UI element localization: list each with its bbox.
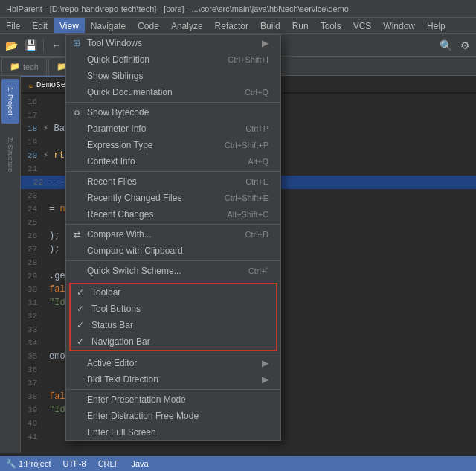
menu-item-quick-switch-label: Quick Switch Scheme... (87, 266, 181, 276)
menu-item-bidi-text-label: Bidi Text Direction (87, 374, 158, 385)
menu-item-status-bar-label: Status Bar (91, 320, 133, 330)
sep1 (66, 102, 280, 103)
tool-windows-icon: ⊞ (71, 37, 83, 49)
menu-item-recent-files[interactable]: Recent Files Ctrl+E (66, 173, 280, 190)
sep7 (66, 389, 280, 390)
menu-navigate[interactable]: Navigate (85, 18, 132, 33)
toolbar-search-btn[interactable]: 🔍 (437, 37, 454, 54)
sidebar-structure-icon[interactable]: Z: Structure (1, 132, 19, 177)
toolbar-save-btn[interactable]: 💾 (22, 37, 39, 54)
sep6 (66, 353, 280, 353)
menu-item-active-editor-label: Active Editor (87, 358, 137, 368)
nav-tab-tech-label: tech (23, 63, 39, 71)
menu-item-tool-windows[interactable]: ⊞ Tool Windows ▶ (66, 35, 280, 51)
active-editor-arrow-icon: ▶ (262, 358, 268, 368)
menu-item-expr-type-label: Expression Type (87, 140, 153, 150)
status-bar: 🔧 1:Project UTF-8 CRLF Java (0, 456, 476, 471)
menu-item-recent-changes[interactable]: Recent Changes Alt+Shift+C (66, 206, 280, 222)
menu-window[interactable]: Window (377, 18, 421, 33)
menu-tools[interactable]: Tools (315, 18, 347, 33)
menu-item-quick-definition-label: Quick Definition (87, 54, 149, 65)
sep4 (66, 260, 280, 261)
menu-item-context-info[interactable]: Context Info Alt+Q (66, 153, 280, 170)
menu-view[interactable]: View (54, 18, 85, 33)
menu-item-distraction-free[interactable]: Enter Distraction Free Mode (66, 408, 280, 424)
menu-run[interactable]: Run (286, 18, 315, 33)
menu-item-bidi-text[interactable]: Bidi Text Direction ▶ (66, 371, 280, 388)
menu-item-show-siblings[interactable]: Show Siblings (66, 68, 280, 84)
menu-item-presentation-mode[interactable]: Enter Presentation Mode (66, 391, 280, 408)
menu-item-presentation-mode-label: Enter Presentation Mode (87, 394, 186, 405)
menu-item-quick-doc[interactable]: Quick Documentation Ctrl+Q (66, 84, 280, 100)
menu-item-param-info-shortcut: Ctrl+P (245, 124, 268, 133)
left-sidebar: 1: Project Z: Structure (0, 76, 21, 453)
toolbar-back-btn[interactable]: ← (48, 37, 65, 54)
editor-tab-serviceimpl-icon: ☕ (28, 80, 33, 90)
menu-item-param-info[interactable]: Parameter Info Ctrl+P (66, 121, 280, 137)
menu-build[interactable]: Build (254, 18, 286, 33)
view-menu-dropdown: ⊞ Tool Windows ▶ Quick Definition Ctrl+S… (65, 34, 281, 441)
menu-refactor[interactable]: Refactor (209, 18, 254, 33)
nav-tab-tech[interactable]: 📁 tech (1, 57, 47, 75)
sep5 (66, 281, 280, 281)
status-item-lang[interactable]: Java (131, 459, 148, 468)
menu-item-tool-windows-label: Tool Windows (87, 38, 142, 48)
menu-item-quick-doc-label: Quick Documentation (87, 87, 173, 97)
menu-item-full-screen[interactable]: Enter Full Screen (66, 424, 280, 440)
menu-item-status-bar[interactable]: ✓ Status Bar (71, 317, 276, 333)
menu-item-param-info-label: Parameter Info (87, 124, 146, 134)
status-item-encoding[interactable]: UTF-8 (62, 459, 86, 468)
menu-vcs[interactable]: VCS (347, 18, 378, 33)
menu-file[interactable]: File (0, 18, 26, 33)
tool-windows-arrow-icon: ▶ (262, 38, 268, 48)
status-item-project[interactable]: 🔧 1:Project (6, 459, 51, 469)
status-bar-check-icon: ✓ (77, 320, 84, 330)
menu-item-compare-with-shortcut: Ctrl+D (245, 230, 268, 239)
menu-item-recent-changes-shortcut: Alt+Shift+C (227, 210, 268, 219)
menu-item-active-editor[interactable]: Active Editor ▶ (66, 355, 280, 371)
toolbar-check-icon: ✓ (77, 287, 84, 298)
menu-item-toolbar-label: Toolbar (91, 287, 120, 298)
menu-item-quick-switch[interactable]: Quick Switch Scheme... Ctrl+` (66, 263, 280, 279)
menu-item-compare-with[interactable]: ⇄ Compare With... Ctrl+D (66, 226, 280, 243)
menu-item-recent-changes-label: Recent Changes (87, 209, 153, 220)
menu-item-context-info-label: Context Info (87, 156, 135, 167)
menu-help[interactable]: Help (421, 18, 451, 33)
toolbar-right: 🔍 ⚙ (437, 37, 473, 54)
toolbar-settings-btn[interactable]: ⚙ (457, 37, 473, 54)
menu-item-distraction-free-label: Enter Distraction Free Mode (87, 411, 199, 421)
menu-item-quick-doc-shortcut: Ctrl+Q (245, 88, 268, 97)
menu-item-quick-definition-shortcut: Ctrl+Shift+I (228, 55, 268, 64)
menu-item-quick-definition[interactable]: Quick Definition Ctrl+Shift+I (66, 51, 280, 68)
menu-item-show-bytecode[interactable]: ⚙ Show Bytecode (66, 104, 280, 121)
menu-item-context-info-shortcut: Alt+Q (248, 157, 268, 166)
menu-item-expr-type[interactable]: Expression Type Ctrl+Shift+P (66, 137, 280, 153)
menu-item-recent-files-shortcut: Ctrl+E (245, 177, 268, 186)
show-bytecode-icon: ⚙ (71, 106, 83, 118)
menu-item-tool-buttons-label: Tool Buttons (91, 304, 141, 314)
menu-analyze[interactable]: Analyze (165, 18, 209, 33)
menu-item-toolbar[interactable]: ✓ Toolbar (71, 284, 276, 301)
tool-buttons-check-icon: ✓ (77, 304, 84, 314)
navigation-bar-check-icon: ✓ (77, 336, 84, 347)
menu-item-expr-type-shortcut: Ctrl+Shift+P (225, 141, 268, 150)
menu-item-full-screen-label: Enter Full Screen (87, 427, 156, 438)
menu-item-navigation-bar[interactable]: ✓ Navigation Bar (71, 333, 276, 350)
bidi-text-arrow-icon: ▶ (262, 374, 268, 385)
sep2 (66, 171, 280, 172)
checked-items-group: ✓ Toolbar ✓ Tool Buttons ✓ Status Bar ✓ … (69, 283, 277, 351)
menu-item-quick-switch-shortcut: Ctrl+` (248, 266, 268, 275)
status-item-line-endings[interactable]: CRLF (98, 459, 120, 468)
menu-item-recently-changed[interactable]: Recently Changed Files Ctrl+Shift+E (66, 190, 280, 206)
menu-item-compare-with-label: Compare With... (87, 229, 152, 240)
menu-item-compare-clipboard[interactable]: Compare with Clipboard (66, 243, 280, 259)
menu-item-show-siblings-label: Show Siblings (87, 71, 143, 81)
sidebar-project-icon[interactable]: 1: Project (1, 79, 19, 124)
compare-with-icon: ⇄ (71, 228, 83, 240)
title-bar: HbiParent - [D:\repo-hand\repo-tech\tech… (0, 0, 476, 18)
toolbar-open-btn[interactable]: 📂 (3, 37, 19, 54)
menu-item-tool-buttons[interactable]: ✓ Tool Buttons (71, 301, 276, 317)
sep3 (66, 224, 280, 225)
menu-edit[interactable]: Edit (26, 18, 54, 33)
menu-code[interactable]: Code (132, 18, 165, 33)
